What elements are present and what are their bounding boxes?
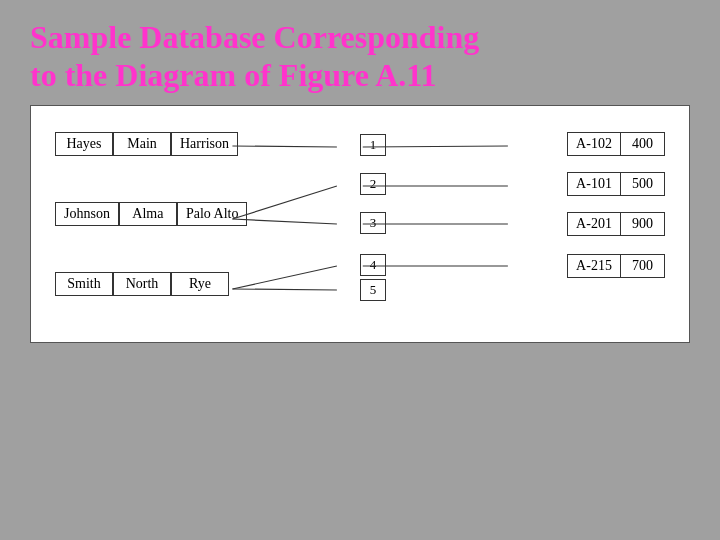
account-row-a101: A-101 500 xyxy=(567,172,665,196)
branch-num-2: 2 xyxy=(360,173,386,195)
branch-num-4: 4 xyxy=(360,254,386,276)
customer-row-smith: Smith North Rye xyxy=(55,272,229,296)
account-id-a201: A-201 xyxy=(567,212,621,236)
account-bal-a101: 500 xyxy=(621,172,665,196)
account-row-a201: A-201 900 xyxy=(567,212,665,236)
svg-line-3 xyxy=(232,266,336,289)
customer-row-johnson: Johnson Alma Palo Alto xyxy=(55,202,247,226)
svg-line-1 xyxy=(232,186,336,219)
customer-street-smith: North xyxy=(113,272,171,296)
account-row-a215: A-215 700 xyxy=(567,254,665,278)
account-id-a101: A-101 xyxy=(567,172,621,196)
customer-city-smith: Rye xyxy=(171,272,229,296)
branch-num-5: 5 xyxy=(360,279,386,301)
customer-street-hayes: Main xyxy=(113,132,171,156)
svg-line-4 xyxy=(232,289,336,290)
page-title: Sample Database Corresponding to the Dia… xyxy=(0,0,720,105)
branch-num-3: 3 xyxy=(360,212,386,234)
customer-city-hayes: Harrison xyxy=(171,132,238,156)
account-row-a102: A-102 400 xyxy=(567,132,665,156)
branch-num-1: 1 xyxy=(360,134,386,156)
account-id-a215: A-215 xyxy=(567,254,621,278)
account-bal-a102: 400 xyxy=(621,132,665,156)
customer-street-johnson: Alma xyxy=(119,202,177,226)
svg-line-2 xyxy=(232,219,336,224)
customer-name-smith: Smith xyxy=(55,272,113,296)
svg-line-0 xyxy=(232,146,336,147)
account-id-a102: A-102 xyxy=(567,132,621,156)
customer-name-hayes: Hayes xyxy=(55,132,113,156)
customer-city-johnson: Palo Alto xyxy=(177,202,248,226)
account-bal-a201: 900 xyxy=(621,212,665,236)
customer-row-hayes: Hayes Main Harrison xyxy=(55,132,238,156)
account-bal-a215: 700 xyxy=(621,254,665,278)
diagram-container: Hayes Main Harrison Johnson Alma Palo Al… xyxy=(30,105,690,343)
customer-name-johnson: Johnson xyxy=(55,202,119,226)
